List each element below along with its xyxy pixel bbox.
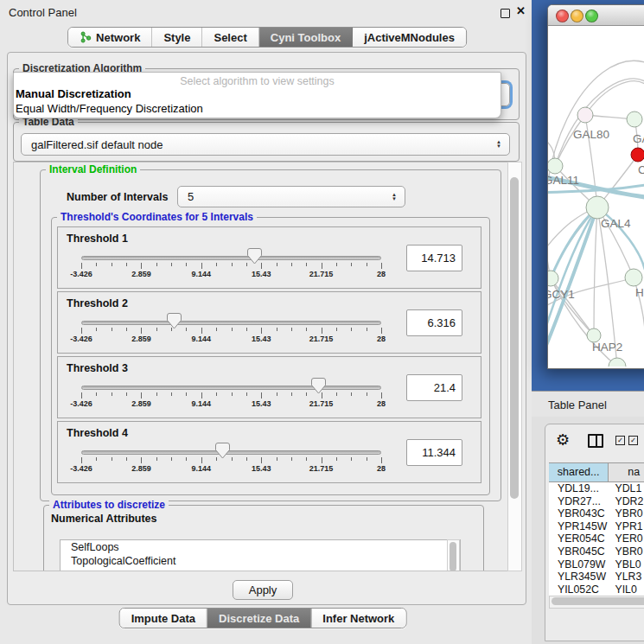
table-cell: YIL0 (610, 583, 644, 596)
table-row[interactable]: YLR345WYLR3 (549, 571, 644, 583)
slider-track[interactable] (81, 386, 381, 390)
columns-icon[interactable] (588, 434, 603, 448)
table-panel-title: Table Panel (548, 399, 607, 411)
table-cell: YDL1 (610, 482, 644, 495)
network-view-window: GAL80GALCGAL11GAL4GCY1HHAP2 (547, 4, 644, 369)
slider-tick (261, 392, 262, 399)
table-cell: YIL052C (549, 583, 610, 596)
tab-discretize-data[interactable]: Discretize Data (207, 609, 311, 628)
threshold-value-field[interactable]: 14.713 (406, 245, 462, 271)
table-row[interactable]: YDL19...YDL1 (549, 482, 644, 495)
tab-impute-data[interactable]: Impute Data (120, 609, 207, 628)
network-node-green[interactable] (625, 269, 642, 286)
num-intervals-combobox[interactable]: 5 ▲▼ (177, 186, 405, 207)
tab-jactivemnodules[interactable]: jActiveMNodules (353, 28, 466, 47)
table-row[interactable]: YBR043CYBR0 (549, 507, 644, 520)
combo-arrows-icon: ▲▼ (496, 140, 501, 149)
table-row[interactable]: YDR27...YDR2 (549, 495, 644, 508)
network-icon (80, 31, 92, 43)
tab-select[interactable]: Select (202, 28, 258, 47)
table-cell: YER054C (549, 532, 610, 545)
table-row[interactable]: YER054CYER0 (549, 532, 644, 545)
slider-tick (112, 328, 112, 331)
network-edge[interactable] (585, 81, 644, 115)
algorithm-option-equal-width-frequency-discretization[interactable]: Equal Width/Frequency Discretization (16, 102, 203, 115)
zoom-traffic-light[interactable] (585, 10, 598, 22)
group-title: Threshold's Coordinates for 5 Intervals (57, 211, 257, 223)
node-attribute-table[interactable]: shared...na YDL19...YDL1YDR27...YDR2YBR0… (549, 462, 644, 594)
network-canvas[interactable]: GAL80GALCGAL11GAL4GCY1HHAP2 (548, 26, 644, 367)
threshold-value-field[interactable]: 11.344 (406, 439, 462, 466)
slider-tick-label: 28 (377, 399, 386, 408)
table-horizontal-scrollbar[interactable] (549, 596, 644, 609)
slider-tick (291, 328, 292, 331)
threshold-box-4: Threshold 4-3.4262.8599.14415.4321.71528… (57, 421, 481, 483)
network-node-green[interactable] (609, 358, 626, 367)
table-row[interactable]: YBL079WYBL0 (549, 558, 644, 571)
attribute-item-selfloops[interactable]: SelfLoops (61, 540, 460, 554)
network-edge[interactable] (551, 278, 594, 335)
table-data-combobox[interactable]: galFiltered.sif default node ▲▼ (21, 133, 510, 156)
group-title: Interval Definition (46, 163, 140, 175)
apply-button[interactable]: Apply (233, 580, 293, 600)
table-row[interactable]: YBR045CYBR0 (549, 545, 644, 558)
network-node-red[interactable] (631, 148, 644, 162)
network-node-green[interactable] (548, 158, 563, 174)
slider-tick (291, 457, 292, 461)
node-label-gal80: GAL80 (573, 128, 609, 141)
column-header-na[interactable]: na (609, 463, 644, 481)
checkbox-checked-icon[interactable]: ✓ (628, 436, 638, 445)
table-cell: YBR0 (610, 545, 644, 558)
network-node-green[interactable] (548, 271, 558, 286)
attributes-scrollbar[interactable] (447, 539, 460, 571)
gear-icon[interactable]: ⚙ (556, 430, 570, 450)
tab-cyni-toolbox[interactable]: Cyni Toolbox (259, 28, 353, 47)
attribute-item-topologicalcoefficient[interactable]: TopologicalCoefficient (61, 554, 460, 568)
threshold-value-field[interactable]: 21.4 (406, 374, 462, 401)
checkbox-checked-icon[interactable]: ✓ (615, 436, 625, 445)
slider-tick-label: 15.43 (252, 464, 271, 473)
tab-infer-network[interactable]: Infer Network (311, 609, 405, 628)
slider-tick (126, 457, 127, 461)
node-label-gcy1: GCY1 (548, 288, 575, 301)
network-edge[interactable] (548, 61, 644, 278)
float-window-icon[interactable] (501, 9, 510, 18)
network-edge[interactable] (594, 207, 597, 335)
slider-thumb[interactable] (167, 313, 182, 329)
table-cell: YLR3 (610, 571, 644, 583)
network-node-green[interactable] (627, 112, 642, 127)
slider-track[interactable] (81, 321, 381, 325)
tab-network[interactable]: Network (68, 28, 152, 47)
network-node-pink[interactable] (577, 107, 593, 123)
slider-thumb[interactable] (247, 248, 262, 265)
settings-scrollbar[interactable] (507, 162, 522, 571)
threshold-box-3: Threshold 3-3.4262.8599.14415.4321.71528… (57, 356, 481, 418)
numerical-attributes-list[interactable]: SelfLoopsTopologicalCoefficientBetweenne… (60, 539, 461, 571)
slider-thumb[interactable] (311, 378, 326, 394)
slider-tick (261, 328, 262, 334)
slider-tick (201, 457, 202, 463)
thresholds-group: Threshold's Coordinates for 5 Intervals … (51, 217, 490, 495)
slider-tick (351, 263, 352, 266)
column-header-shared[interactable]: shared... (549, 463, 609, 481)
attribute-item-betweennesscentrality[interactable]: BetweennessCentrality (61, 568, 460, 571)
algorithm-option-manual-discretization[interactable]: Manual Discretization (16, 87, 131, 100)
table-row[interactable]: YIL052CYIL0 (549, 583, 644, 596)
slider-track[interactable] (81, 450, 381, 455)
network-window-titlebar[interactable] (548, 5, 644, 26)
close-icon[interactable]: ✕ (516, 4, 526, 17)
slider-tick (112, 457, 112, 461)
slider-track[interactable] (81, 256, 381, 260)
network-node-green[interactable] (586, 196, 609, 219)
top-tab-bar: NetworkStyleSelectCyni ToolboxjActiveMNo… (67, 27, 467, 48)
table-row[interactable]: YPR145WYPR1 (549, 520, 644, 533)
slider-thumb[interactable] (215, 443, 230, 459)
close-traffic-light[interactable] (556, 10, 569, 22)
slider-tick (96, 328, 97, 331)
tab-style[interactable]: Style (152, 28, 202, 47)
threshold-value-field[interactable]: 6.316 (406, 309, 462, 336)
minimize-traffic-light[interactable] (571, 10, 583, 22)
slider-tick-label: -3.426 (70, 270, 92, 278)
combo-value: 5 (188, 190, 194, 203)
settings-scroll-viewport: Interval Definition Number of Intervals … (13, 162, 508, 571)
